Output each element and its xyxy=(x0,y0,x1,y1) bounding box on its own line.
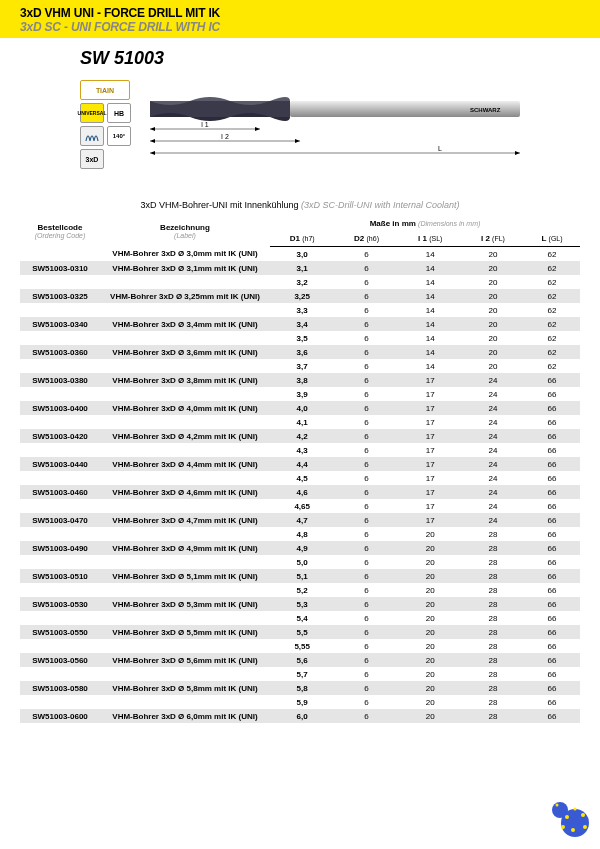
cell-label xyxy=(100,695,270,709)
cell-d2: 6 xyxy=(334,527,398,541)
cell-L: 62 xyxy=(524,261,580,275)
table-row: SW51003-0325VHM-Bohrer 3xD Ø 3,25mm mit … xyxy=(20,289,580,303)
table-row: 4,656172466 xyxy=(20,499,580,513)
cell-l2: 28 xyxy=(462,541,524,555)
cell-d2: 6 xyxy=(334,457,398,471)
cell-d1: 3,5 xyxy=(270,331,334,345)
cell-code: SW51003-0360 xyxy=(20,345,100,359)
cell-l2: 24 xyxy=(462,387,524,401)
cell-L: 66 xyxy=(524,471,580,485)
cell-l2: 20 xyxy=(462,331,524,345)
cell-code: SW51003-0470 xyxy=(20,513,100,527)
cell-d1: 3,8 xyxy=(270,373,334,387)
cell-l1: 14 xyxy=(399,247,462,262)
th-d1: D1 (h7) xyxy=(270,231,334,247)
cell-code xyxy=(20,695,100,709)
cell-l1: 17 xyxy=(399,429,462,443)
cell-code: SW51003-0580 xyxy=(20,681,100,695)
cell-d2: 6 xyxy=(334,471,398,485)
cell-d1: 6,0 xyxy=(270,709,334,723)
cell-l1: 17 xyxy=(399,415,462,429)
cell-code: SW51003-0325 xyxy=(20,289,100,303)
cell-l2: 24 xyxy=(462,429,524,443)
cell-d2: 6 xyxy=(334,611,398,625)
cell-l2: 28 xyxy=(462,583,524,597)
table-row: SW51003-0510VHM-Bohrer 3xD Ø 5,1mm mit I… xyxy=(20,569,580,583)
cell-code: SW51003-0310 xyxy=(20,261,100,275)
svg-marker-15 xyxy=(515,151,520,155)
cell-code xyxy=(20,415,100,429)
cell-d2: 6 xyxy=(334,513,398,527)
cell-code: SW51003-0600 xyxy=(20,709,100,723)
cell-l1: 14 xyxy=(399,331,462,345)
cell-code xyxy=(20,527,100,541)
cell-label: VHM-Bohrer 3xD Ø 5,3mm mit IK (UNI) xyxy=(100,597,270,611)
cell-code: SW51003-0420 xyxy=(20,429,100,443)
cell-code xyxy=(20,471,100,485)
cell-label xyxy=(100,387,270,401)
universal-icon: UNIVERSAL xyxy=(80,103,104,123)
cell-L: 66 xyxy=(524,681,580,695)
cell-L: 66 xyxy=(524,625,580,639)
cell-L: 66 xyxy=(524,513,580,527)
cell-label: VHM-Bohrer 3xD Ø 5,1mm mit IK (UNI) xyxy=(100,569,270,583)
cell-L: 66 xyxy=(524,373,580,387)
svg-marker-6 xyxy=(150,127,155,131)
th-label: Bezeichnung(Label) xyxy=(100,216,270,247)
cell-d2: 6 xyxy=(334,695,398,709)
cell-d1: 3,25 xyxy=(270,289,334,303)
cell-d1: 3,4 xyxy=(270,317,334,331)
cell-d1: 5,1 xyxy=(270,569,334,583)
table-row: SW51003-0580VHM-Bohrer 3xD Ø 5,8mm mit I… xyxy=(20,681,580,695)
cell-label: VHM-Bohrer 3xD Ø 4,7mm mit IK (UNI) xyxy=(100,513,270,527)
th-l2: I 2 (FL) xyxy=(462,231,524,247)
cell-l1: 17 xyxy=(399,443,462,457)
cell-d2: 6 xyxy=(334,583,398,597)
cell-label: VHM-Bohrer 3xD Ø 3,0mm mit IK (UNI) xyxy=(100,247,270,262)
cell-d2: 6 xyxy=(334,555,398,569)
cell-l1: 14 xyxy=(399,317,462,331)
cell-d1: 3,7 xyxy=(270,359,334,373)
hb-icon: HB xyxy=(107,103,131,123)
table-row: 3,26142062 xyxy=(20,275,580,289)
cell-l1: 17 xyxy=(399,485,462,499)
cell-l2: 28 xyxy=(462,611,524,625)
cell-label: VHM-Bohrer 3xD Ø 4,6mm mit IK (UNI) xyxy=(100,485,270,499)
cell-l2: 24 xyxy=(462,485,524,499)
cell-l1: 20 xyxy=(399,667,462,681)
cell-d1: 4,4 xyxy=(270,457,334,471)
th-dims: Maße in mm (Dimensions in mm) xyxy=(270,216,580,231)
table-row: 3,36142062 xyxy=(20,303,580,317)
cell-d2: 6 xyxy=(334,415,398,429)
cell-l2: 24 xyxy=(462,373,524,387)
cell-l2: 28 xyxy=(462,639,524,653)
cell-L: 66 xyxy=(524,611,580,625)
cell-l1: 14 xyxy=(399,289,462,303)
cell-l1: 20 xyxy=(399,639,462,653)
cell-code xyxy=(20,443,100,457)
cell-label: VHM-Bohrer 3xD Ø 5,5mm mit IK (UNI) xyxy=(100,625,270,639)
table-row: 4,16172466 xyxy=(20,415,580,429)
cell-L: 62 xyxy=(524,275,580,289)
cell-l2: 28 xyxy=(462,681,524,695)
cell-L: 62 xyxy=(524,317,580,331)
cell-code xyxy=(20,667,100,681)
cell-code xyxy=(20,247,100,262)
cell-label: VHM-Bohrer 3xD Ø 4,4mm mit IK (UNI) xyxy=(100,457,270,471)
cell-d1: 4,7 xyxy=(270,513,334,527)
cell-d2: 6 xyxy=(334,373,398,387)
cell-L: 66 xyxy=(524,597,580,611)
table-row: SW51003-0310VHM-Bohrer 3xD Ø 3,1mm mit I… xyxy=(20,261,580,275)
cell-code: SW51003-0550 xyxy=(20,625,100,639)
cell-d1: 5,9 xyxy=(270,695,334,709)
cell-label: VHM-Bohrer 3xD Ø 5,8mm mit IK (UNI) xyxy=(100,681,270,695)
cell-label: VHM-Bohrer 3xD Ø 4,9mm mit IK (UNI) xyxy=(100,541,270,555)
cell-L: 66 xyxy=(524,583,580,597)
cell-l2: 20 xyxy=(462,317,524,331)
cell-L: 66 xyxy=(524,541,580,555)
cell-l2: 20 xyxy=(462,289,524,303)
cell-label xyxy=(100,415,270,429)
cell-L: 66 xyxy=(524,667,580,681)
cell-d1: 4,5 xyxy=(270,471,334,485)
cell-d1: 4,3 xyxy=(270,443,334,457)
